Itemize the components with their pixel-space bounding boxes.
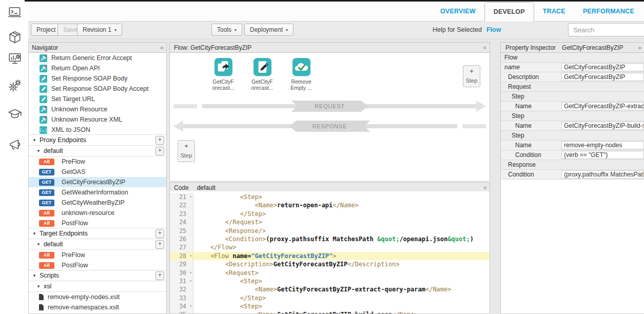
property-value-field[interactable]: GetCityForecastByZIP	[561, 73, 644, 81]
fold-toggle-icon[interactable]: ▾	[189, 193, 192, 201]
policy-step[interactable]: GetCityForecast...	[248, 58, 277, 91]
flow-name: PreFlow	[62, 158, 85, 165]
flow-name: GetCityForecastByZIP	[62, 179, 125, 186]
property-label: Step	[501, 92, 524, 102]
navigator-panel: Navigator « Return Generic Error AcceptR…	[28, 42, 167, 314]
policy-item[interactable]: Unknown Resource XML	[29, 114, 166, 125]
add-button[interactable]: +	[155, 271, 164, 280]
flow-item-PostFlow[interactable]: AllPostFlow	[29, 218, 166, 228]
code-line: 26 <Condition>(proxy.pathsuffix MatchesP…	[170, 235, 490, 243]
property-value-field[interactable]: GetCityForecastByZIP-extract-qu	[561, 102, 644, 110]
method-badge: GET	[39, 189, 54, 196]
fold-toggle-icon[interactable]: ▾	[189, 252, 192, 260]
collapse-up-icon[interactable]: «	[482, 46, 489, 49]
policy-label: Return Generic Error Accept	[51, 54, 132, 62]
assign-message-icon	[40, 75, 47, 83]
section-label: Proxy Endpoints	[40, 136, 86, 144]
collapse-left-icon[interactable]: «	[160, 45, 164, 51]
flow-item-GetCityForecastByZIP[interactable]: GETGetCityForecastByZIP	[29, 177, 166, 187]
add-button[interactable]: +	[155, 136, 164, 145]
section-target-endpoints[interactable]: ▼Target Endpoints+	[29, 228, 166, 239]
line-number: 35	[170, 310, 193, 314]
property-value-field[interactable]: (verb == "GET")	[561, 151, 644, 159]
property-value-field[interactable]: remove-empty-nodes	[561, 141, 644, 149]
collapse-right-icon[interactable]: »	[638, 45, 641, 51]
policy-step-label: GetCityForecast...	[248, 78, 277, 91]
add-button[interactable]: +	[155, 147, 164, 155]
policy-item[interactable]: Set Response SOAP Body Accept	[29, 84, 166, 94]
tab-develop[interactable]: DEVELOP	[484, 2, 534, 22]
group-default[interactable]: ▼default+	[29, 239, 166, 250]
section-scripts[interactable]: ▼Scripts+	[29, 270, 166, 281]
chevron-down-icon: ▾	[286, 28, 288, 32]
line-number: 22	[170, 201, 193, 209]
flow-name: GetWeatherInformation	[62, 189, 128, 196]
code-line: 21▾ <Step>	[170, 193, 490, 201]
learn-icon[interactable]	[8, 107, 22, 121]
policy-step[interactable]: GetCityForecast...	[209, 58, 238, 91]
code-tab-default[interactable]: default	[197, 184, 216, 191]
revision-menu-button[interactable]: Revision 1▾	[77, 24, 122, 36]
property-row-name: Nameremove-empty-nodes	[501, 141, 644, 150]
help-flow-link[interactable]: Flow	[486, 26, 501, 33]
policy-item[interactable]: Return Generic Error Accept	[29, 53, 166, 63]
expand-down-icon[interactable]: «	[482, 186, 489, 189]
terminal-icon[interactable]	[8, 6, 22, 20]
flow-item-GetCityWeatherByZIP[interactable]: GETGetCityWeatherByZIP	[29, 198, 166, 208]
property-row-condition: Condition(proxy.pathsuffix MatchesPath "…	[501, 170, 644, 180]
code-line: 22 <Name>return-open-api</Name>	[170, 201, 490, 209]
fold-toggle-icon[interactable]: ▾	[189, 302, 192, 310]
policy-item[interactable]: Unknown Resource	[29, 104, 166, 114]
line-number: 24	[170, 218, 193, 226]
flow-item-GetOAS[interactable]: GETGetOAS	[29, 167, 166, 177]
code-text: </Step>	[193, 210, 266, 218]
flow-item-GetWeatherInformation[interactable]: GETGetWeatherInformation	[29, 187, 166, 198]
code-text: </Step>	[193, 294, 266, 302]
add-button[interactable]: +	[155, 240, 164, 249]
announcements-icon[interactable]	[8, 138, 22, 152]
line-number: 27	[170, 243, 193, 251]
extract-variables-icon	[214, 58, 232, 76]
policy-item[interactable]: ( )XML to JSON	[29, 125, 166, 135]
triangle-down-icon: ▼	[32, 138, 36, 143]
tools-menu-button[interactable]: Tools▾	[211, 24, 242, 36]
code-line: 28▾ <Flow name="GetCityForecastByZIP">	[170, 252, 490, 260]
fold-toggle-icon[interactable]: ▾	[189, 277, 192, 285]
xml-code-editor[interactable]: 21▾ <Step>22 <Name>return-open-api</Name…	[170, 191, 490, 314]
section-proxy-endpoints[interactable]: ▼Proxy Endpoints+	[29, 134, 166, 146]
add-button[interactable]: +	[155, 229, 164, 238]
flow-item-PreFlow[interactable]: AllPreFlow	[29, 156, 166, 167]
add-step-button-response[interactable]: + Step	[178, 140, 195, 162]
property-value-field[interactable]: GetCityForecastByZIP	[561, 63, 644, 71]
admin-gears-icon[interactable]	[8, 78, 22, 93]
property-label: Description	[501, 72, 539, 82]
script-file-item[interactable]: remove-namespaces.xslt	[29, 302, 166, 312]
flow-item-unknown-resource[interactable]: Allunknown-resource	[29, 208, 166, 218]
add-step-button-request[interactable]: + Step	[463, 65, 480, 87]
chevron-down-icon: ▾	[114, 28, 116, 32]
policy-label: Return Open API	[51, 65, 100, 72]
group-default[interactable]: ▼default+	[29, 146, 166, 156]
property-value-field[interactable]: (proxy.pathsuffix MatchesPath "/c	[561, 170, 644, 179]
line-number: 30▾	[170, 269, 193, 277]
flow-item-PostFlow[interactable]: AllPostFlow	[29, 260, 166, 270]
policy-item[interactable]: Set Response SOAP Body	[29, 73, 166, 84]
flow-item-PreFlow[interactable]: AllPreFlow	[29, 250, 166, 260]
policy-step[interactable]: RemoveEmpty ...	[287, 58, 316, 91]
line-number: 25	[170, 227, 193, 235]
method-badge: All	[39, 262, 54, 269]
tab-overview[interactable]: OVERVIEW	[432, 2, 484, 21]
policy-item[interactable]: Return Open API	[29, 63, 166, 73]
fold-toggle-icon[interactable]: ▾	[189, 269, 192, 277]
policy-item[interactable]: Set Target URL	[29, 94, 166, 104]
analytics-icon[interactable]	[8, 52, 22, 66]
api-proxies-icon[interactable]	[8, 30, 22, 45]
script-file-item[interactable]: remove-empty-nodes.xslt	[29, 292, 166, 302]
deployment-menu-button[interactable]: Deployment▾	[244, 24, 294, 36]
tab-trace[interactable]: TRACE	[534, 2, 574, 21]
group-xsl[interactable]: ▼xsl	[29, 281, 166, 292]
search-input[interactable]	[568, 23, 644, 36]
tab-performance[interactable]: PERFORMANCE	[574, 2, 643, 21]
policy-label: Unknown Resource	[51, 106, 107, 113]
property-value-field[interactable]: GetCityForecastByZIP-build-soap	[561, 122, 644, 130]
